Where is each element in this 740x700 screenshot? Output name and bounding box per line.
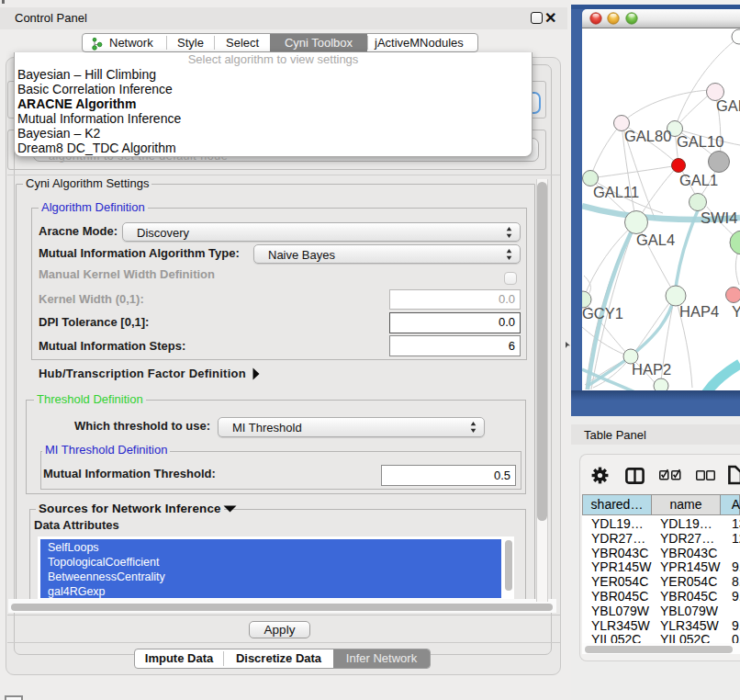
svg-text:SWI4: SWI4 [701,209,737,226]
svg-text:GAL10: GAL10 [677,133,723,150]
svg-text:GCY1: GCY1 [582,305,623,322]
svg-text:GAL4: GAL4 [636,231,675,248]
svg-text:GAL1: GAL1 [679,172,718,188]
svg-text:GAL80: GAL80 [624,128,671,144]
svg-text:GAL11: GAL11 [593,184,639,200]
svg-text:HAP2: HAP2 [632,361,671,378]
svg-text:GAL7: GAL7 [716,97,740,114]
svg-text:Y: Y [732,303,740,320]
svg-text:HAP4: HAP4 [679,303,719,320]
